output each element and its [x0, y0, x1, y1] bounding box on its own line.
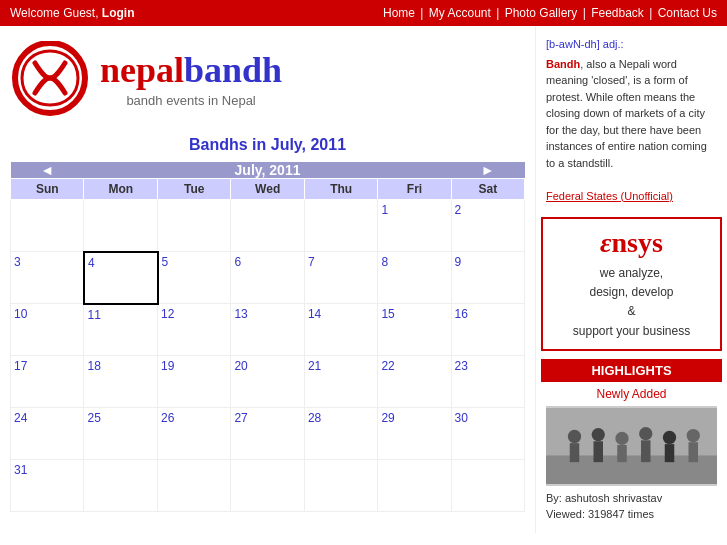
- svg-point-7: [615, 432, 628, 445]
- calendar-day-cell[interactable]: 31: [11, 460, 84, 512]
- logo-title: nepalbandh: [100, 49, 282, 91]
- calendar-day-number[interactable]: 24: [14, 411, 27, 425]
- calendar-day-number[interactable]: 11: [87, 308, 100, 322]
- calendar-day-cell[interactable]: 21: [304, 356, 377, 408]
- federal-states-link[interactable]: Federal States (Unofficial): [546, 190, 673, 202]
- calendar-day-number[interactable]: 31: [14, 463, 27, 477]
- calendar-day-cell[interactable]: 20: [231, 356, 305, 408]
- calendar-day-number[interactable]: 7: [308, 255, 315, 269]
- ad-tagline: we analyze,design, develop&support your …: [551, 264, 712, 341]
- site-header: Welcome Guest, Login Home | My Account |…: [0, 0, 727, 26]
- calendar-day-number[interactable]: 20: [234, 359, 247, 373]
- calendar-day-cell[interactable]: 24: [11, 408, 84, 460]
- calendar-day-number[interactable]: 19: [161, 359, 174, 373]
- calendar-day-cell[interactable]: 15: [378, 304, 451, 356]
- nav-my-account[interactable]: My Account: [429, 6, 491, 20]
- calendar-day-cell[interactable]: 1: [378, 200, 451, 252]
- calendar-day-cell[interactable]: 9: [451, 252, 524, 304]
- calendar-day-number[interactable]: 15: [381, 307, 394, 321]
- calendar-day-cell[interactable]: 7: [304, 252, 377, 304]
- calendar-day-number[interactable]: 4: [88, 256, 95, 270]
- logo-subtitle: bandh events in Nepal: [100, 93, 282, 108]
- calendar-day-cell[interactable]: 2: [451, 200, 524, 252]
- login-link[interactable]: Login: [102, 6, 135, 20]
- definition-phonetic: [b-awN-dh] adj.:: [546, 36, 717, 53]
- calendar-day-number[interactable]: 14: [308, 307, 321, 321]
- calendar-day-cell[interactable]: 4: [84, 252, 158, 304]
- calendar-day-number[interactable]: 1: [381, 203, 388, 217]
- calendar-day-cell[interactable]: 18: [84, 356, 158, 408]
- calendar-day-cell[interactable]: 27: [231, 408, 305, 460]
- calendar-day-cell[interactable]: 5: [158, 252, 231, 304]
- calendar-day-cell[interactable]: 12: [158, 304, 231, 356]
- newly-added-link[interactable]: Newly Added: [546, 387, 717, 401]
- calendar-day-cell[interactable]: 28: [304, 408, 377, 460]
- calendar-day-number[interactable]: 30: [455, 411, 468, 425]
- calendar-day-number[interactable]: 17: [14, 359, 27, 373]
- day-header-thu: Thu: [304, 179, 377, 200]
- calendar-day-number[interactable]: 8: [381, 255, 388, 269]
- highlights-header: HIGHLIGHTS: [541, 359, 722, 382]
- calendar-day-number[interactable]: 27: [234, 411, 247, 425]
- highlights-box: HIGHLIGHTS Newly Added: [541, 359, 722, 528]
- definition-text2: , also a Nepali word meaning 'closed', i…: [546, 58, 707, 169]
- nav-photo-gallery[interactable]: Photo Gallery: [505, 6, 578, 20]
- calendar-day-cell[interactable]: 10: [11, 304, 84, 356]
- calendar-day-number[interactable]: 25: [87, 411, 100, 425]
- calendar-day-cell[interactable]: 17: [11, 356, 84, 408]
- calendar-day-cell[interactable]: 22: [378, 356, 451, 408]
- calendar-day-cell[interactable]: 3: [11, 252, 84, 304]
- calendar-day-number[interactable]: 12: [161, 307, 174, 321]
- calendar-day-cell[interactable]: 13: [231, 304, 305, 356]
- logo-bandh-part: bandh: [184, 50, 282, 90]
- calendar-day-cell[interactable]: 11: [84, 304, 158, 356]
- calendar-day-cell[interactable]: 16: [451, 304, 524, 356]
- calendar-day-number[interactable]: 2: [455, 203, 462, 217]
- calendar-day-number[interactable]: 9: [455, 255, 462, 269]
- ad-box[interactable]: εnsys we analyze,design, develop&support…: [541, 217, 722, 351]
- calendar-day-cell[interactable]: 30: [451, 408, 524, 460]
- calendar-day-cell[interactable]: 23: [451, 356, 524, 408]
- prev-month-button[interactable]: [11, 162, 84, 179]
- day-header-mon: Mon: [84, 179, 158, 200]
- main-layout: nepalbandh bandh events in Nepal Bandhs …: [0, 26, 727, 533]
- calendar-day-cell[interactable]: 29: [378, 408, 451, 460]
- ad-logo-text: nsys: [612, 227, 663, 258]
- day-header-sat: Sat: [451, 179, 524, 200]
- calendar-day-number[interactable]: 21: [308, 359, 321, 373]
- calendar-day-number[interactable]: 28: [308, 411, 321, 425]
- svg-rect-6: [594, 441, 604, 462]
- calendar-day-number[interactable]: 13: [234, 307, 247, 321]
- calendar-day-number[interactable]: 3: [14, 255, 21, 269]
- calendar-day-cell[interactable]: 19: [158, 356, 231, 408]
- calendar-day-cell[interactable]: 8: [378, 252, 451, 304]
- calendar-day-cell[interactable]: 6: [231, 252, 305, 304]
- calendar-day-cell: [451, 460, 524, 512]
- highlight-author: By: ashutosh shrivastav: [546, 492, 662, 504]
- day-header-tue: Tue: [158, 179, 231, 200]
- svg-rect-12: [665, 444, 675, 462]
- nav-home[interactable]: Home: [383, 6, 415, 20]
- calendar-day-cell[interactable]: 26: [158, 408, 231, 460]
- calendar-day-number[interactable]: 29: [381, 411, 394, 425]
- nav-contact-us[interactable]: Contact Us: [658, 6, 717, 20]
- calendar-day-headers: Sun Mon Tue Wed Thu Fri Sat: [11, 179, 525, 200]
- right-sidebar: [b-awN-dh] adj.: Bandh, also a Nepali wo…: [535, 26, 727, 533]
- calendar-day-number[interactable]: 26: [161, 411, 174, 425]
- calendar-day-number[interactable]: 18: [87, 359, 100, 373]
- calendar-day-number[interactable]: 5: [162, 255, 169, 269]
- calendar-day-cell: [158, 200, 231, 252]
- calendar-day-number[interactable]: 6: [234, 255, 241, 269]
- next-month-button[interactable]: [451, 162, 524, 179]
- bandh-definition-link[interactable]: Bandh: [546, 58, 580, 70]
- calendar-day-number[interactable]: 10: [14, 307, 27, 321]
- calendar-day-cell[interactable]: 14: [304, 304, 377, 356]
- ad-logo-epsilon: ε: [600, 227, 611, 258]
- svg-rect-14: [689, 442, 699, 462]
- calendar-day-number[interactable]: 23: [455, 359, 468, 373]
- svg-point-9: [639, 427, 652, 440]
- calendar-day-number[interactable]: 22: [381, 359, 394, 373]
- nav-feedback[interactable]: Feedback: [591, 6, 644, 20]
- calendar-day-number[interactable]: 16: [455, 307, 468, 321]
- calendar-day-cell[interactable]: 25: [84, 408, 158, 460]
